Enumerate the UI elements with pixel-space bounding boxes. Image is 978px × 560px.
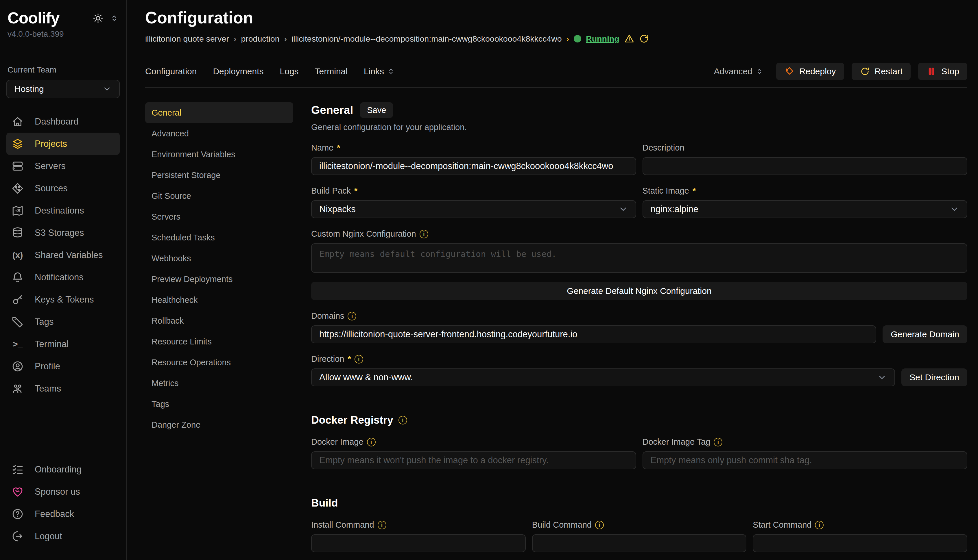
subnav-item-metrics[interactable]: Metrics (145, 373, 293, 393)
refresh-icon[interactable] (639, 34, 649, 43)
heart-icon (12, 486, 24, 498)
sidebar-item-sponsor-us[interactable]: Sponsor us (7, 480, 120, 503)
map-icon (12, 205, 24, 217)
sidebar-item-label: Teams (35, 383, 61, 394)
domains-input[interactable] (311, 325, 876, 343)
subnav-item-webhooks[interactable]: Webhooks (145, 248, 293, 269)
chevron-down-icon (950, 204, 959, 214)
docker-image-tag-input[interactable] (642, 452, 968, 469)
sidebar-nav: DashboardProjectsServersSourcesDestinati… (7, 110, 120, 400)
sidebar-item-label: Terminal (35, 339, 69, 349)
info-icon[interactable]: i (398, 416, 407, 425)
sidebar-item-label: Logout (35, 531, 62, 542)
sidebar-item-profile[interactable]: Profile (7, 355, 120, 377)
redeploy-button[interactable]: Redeploy (776, 63, 844, 80)
tab-configuration[interactable]: Configuration (145, 67, 197, 76)
sidebar-item-logout[interactable]: Logout (7, 525, 120, 547)
info-icon[interactable]: i (714, 438, 722, 447)
build-pack-select[interactable]: Nixpacks (311, 200, 636, 218)
build-pack-label: Build Pack* (311, 186, 636, 196)
sidebar-item-label: Destinations (35, 205, 84, 216)
tab-logs[interactable]: Logs (280, 67, 299, 76)
user-circle-icon (12, 360, 24, 372)
subnav-item-persistent-storage[interactable]: Persistent Storage (145, 165, 293, 185)
sidebar-item-notifications[interactable]: Notifications (7, 266, 120, 288)
restart-icon (860, 66, 870, 77)
sidebar-item-keys-tokens[interactable]: Keys & Tokens (7, 288, 120, 311)
info-icon[interactable]: i (815, 521, 824, 529)
stop-button[interactable]: Stop (918, 63, 967, 80)
sidebar-item-feedback[interactable]: Feedback (7, 503, 120, 525)
build-command-input[interactable] (532, 534, 747, 552)
subnav-item-scheduled-tasks[interactable]: Scheduled Tasks (145, 227, 293, 248)
breadcrumb-separator: › (567, 34, 569, 43)
subnav-item-servers[interactable]: Servers (145, 206, 293, 227)
generate-nginx-button[interactable]: Generate Default Nginx Configuration (311, 282, 967, 300)
set-direction-button[interactable]: Set Direction (901, 368, 967, 386)
info-icon[interactable]: i (595, 521, 604, 529)
sun-icon[interactable] (92, 13, 104, 24)
docker-image-input[interactable] (311, 452, 636, 469)
tab-terminal[interactable]: Terminal (315, 67, 348, 76)
sidebar-item-label: Onboarding (35, 464, 82, 475)
breadcrumb: illicitonion quote server›production›ill… (145, 33, 967, 44)
breadcrumb-item[interactable]: production (241, 34, 279, 43)
sidebar-item-onboarding[interactable]: Onboarding (7, 458, 120, 480)
advanced-menu[interactable]: Advanced (714, 67, 763, 76)
info-icon[interactable]: i (378, 521, 386, 529)
description-label: Description (642, 143, 968, 153)
static-image-select[interactable]: nginx:alpine (642, 200, 968, 218)
tab-deployments[interactable]: Deployments (213, 67, 263, 76)
subnav-item-environment-variables[interactable]: Environment Variables (145, 144, 293, 165)
direction-select[interactable]: Allow www & non-www. (311, 368, 895, 386)
breadcrumb-item[interactable]: illicitestonion/-module--decomposition:m… (291, 34, 562, 43)
save-button[interactable]: Save (360, 102, 393, 118)
restart-button[interactable]: Restart (852, 63, 911, 80)
sidebar-item-projects[interactable]: Projects (7, 133, 120, 155)
main-area: Configuration illicitonion quote server›… (127, 0, 978, 560)
subnav-item-danger-zone[interactable]: Danger Zone (145, 414, 293, 435)
sidebar-item-teams[interactable]: Teams (7, 377, 120, 400)
subnav-item-preview-deployments[interactable]: Preview Deployments (145, 269, 293, 290)
description-input[interactable] (642, 157, 968, 175)
docker-image-label: Docker Image i (311, 437, 636, 447)
info-icon[interactable]: i (367, 438, 376, 447)
stop-icon (926, 66, 937, 77)
info-icon[interactable]: i (420, 230, 428, 238)
sidebar-item-tags[interactable]: Tags (7, 311, 120, 333)
sidebar-item-sources[interactable]: Sources (7, 177, 120, 199)
info-icon[interactable]: i (348, 312, 356, 320)
subnav-item-healthcheck[interactable]: Healthcheck (145, 290, 293, 310)
sidebar-item-dashboard[interactable]: Dashboard (7, 110, 120, 133)
terminal-icon: >_ (12, 338, 24, 350)
tab-links[interactable]: Links (364, 67, 395, 76)
subnav-item-git-source[interactable]: Git Source (145, 185, 293, 206)
custom-nginx-textarea[interactable] (311, 243, 967, 273)
sidebar-item-destinations[interactable]: Destinations (7, 199, 120, 222)
install-command-input[interactable] (311, 534, 526, 552)
breadcrumb-item[interactable]: illicitonion quote server (145, 34, 229, 43)
users-icon (12, 383, 24, 395)
subnav-item-resource-operations[interactable]: Resource Operations (145, 352, 293, 373)
general-subtitle: General configuration for your applicati… (311, 123, 967, 132)
generate-domain-button[interactable]: Generate Domain (883, 325, 967, 343)
sidebar-item-terminal[interactable]: >_Terminal (7, 333, 120, 355)
chevrons-up-down-icon[interactable] (110, 14, 119, 23)
sidebar-item-servers[interactable]: Servers (7, 155, 120, 177)
docker-image-tag-label: Docker Image Tag i (642, 437, 968, 447)
subnav-item-general[interactable]: General (145, 102, 293, 123)
subnav-item-advanced[interactable]: Advanced (145, 123, 293, 144)
build-heading: Build (311, 497, 338, 509)
sidebar-item-label: Servers (35, 161, 66, 172)
status-dot (574, 35, 581, 42)
sidebar-item-shared-variables[interactable]: (x)Shared Variables (7, 244, 120, 266)
subnav-item-rollback[interactable]: Rollback (145, 310, 293, 331)
team-select[interactable]: Hosting (7, 80, 120, 98)
status-badge[interactable]: Running (586, 34, 619, 43)
subnav-item-resource-limits[interactable]: Resource Limits (145, 331, 293, 352)
subnav-item-tags[interactable]: Tags (145, 393, 293, 414)
info-icon[interactable]: i (354, 355, 363, 363)
name-input[interactable] (311, 157, 636, 175)
sidebar-item-s3-storages[interactable]: S3 Storages (7, 222, 120, 244)
start-command-input[interactable] (753, 534, 967, 552)
